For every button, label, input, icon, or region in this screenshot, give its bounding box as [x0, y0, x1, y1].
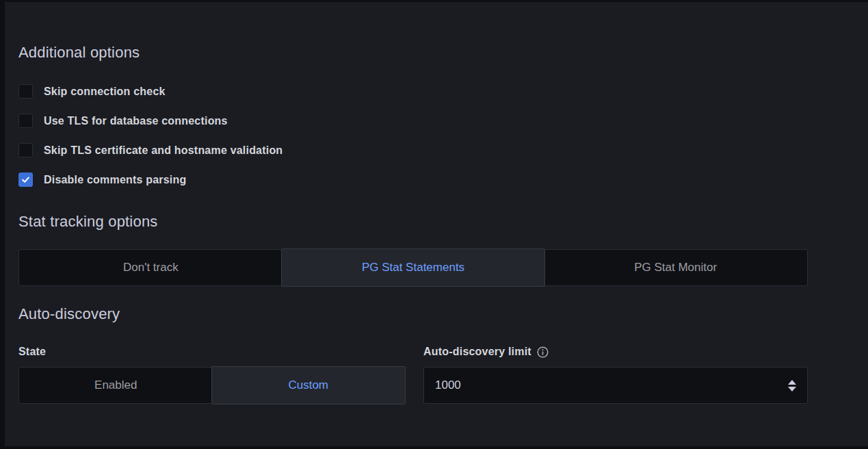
- auto-discovery-limit-field: Auto-discovery limit: [423, 345, 808, 404]
- state-label: State: [18, 345, 405, 359]
- number-stepper[interactable]: [787, 377, 798, 394]
- checkbox-use-tls[interactable]: Use TLS for database connections: [18, 114, 808, 128]
- state-radio-group: Enabled Custom: [18, 367, 405, 404]
- checkbox-skip-tls-validation[interactable]: Skip TLS certificate and hostname valida…: [18, 143, 808, 157]
- auto-discovery-limit-label: Auto-discovery limit: [423, 345, 531, 359]
- auto-discovery-limit-input[interactable]: [435, 379, 787, 392]
- stepper-up-icon[interactable]: [788, 380, 796, 385]
- stat-tracking-radio-group: Don't track PG Stat Statements PG Stat M…: [18, 249, 808, 286]
- checkbox-disable-comments-parsing[interactable]: Disable comments parsing: [18, 172, 808, 187]
- checkbox-checked[interactable]: [18, 172, 33, 187]
- checkmark-icon: [21, 175, 30, 184]
- checkbox-unchecked[interactable]: [18, 114, 33, 128]
- settings-panel: Additional options Skip connection check…: [5, 2, 868, 446]
- checkbox-unchecked[interactable]: [18, 143, 33, 157]
- state-field: State Enabled Custom: [18, 345, 405, 404]
- checkbox-label: Disable comments parsing: [44, 174, 186, 186]
- additional-options-checkbox-group: Skip connection check Use TLS for databa…: [18, 84, 808, 187]
- radio-option-custom[interactable]: Custom: [212, 367, 406, 404]
- radio-option-pg-stat-statements[interactable]: PG Stat Statements: [282, 249, 545, 286]
- stat-tracking-heading: Stat tracking options: [18, 212, 808, 231]
- checkbox-skip-connection-check[interactable]: Skip connection check: [18, 84, 808, 99]
- checkbox-label: Skip TLS certificate and hostname valida…: [44, 144, 282, 157]
- info-icon[interactable]: [537, 346, 549, 358]
- radio-option-enabled[interactable]: Enabled: [19, 368, 213, 403]
- checkbox-label: Skip connection check: [44, 86, 166, 98]
- auto-discovery-limit-input-wrapper: [423, 367, 808, 404]
- checkbox-unchecked[interactable]: [18, 84, 33, 99]
- checkbox-label: Use TLS for database connections: [44, 115, 228, 127]
- radio-option-pg-stat-monitor[interactable]: PG Stat Monitor: [544, 250, 807, 285]
- auto-discovery-heading: Auto-discovery: [18, 305, 808, 324]
- additional-options-heading: Additional options: [18, 43, 808, 62]
- stepper-down-icon[interactable]: [788, 387, 796, 392]
- radio-option-dont-track[interactable]: Don't track: [19, 250, 282, 285]
